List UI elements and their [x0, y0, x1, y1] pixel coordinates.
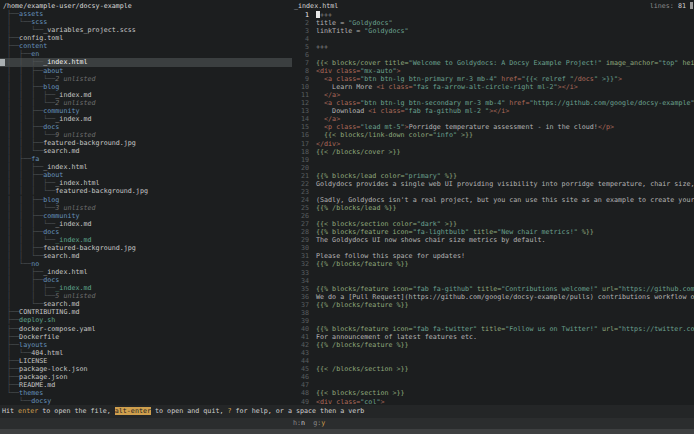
tree-row[interactable]: │ │ ├──community [0, 107, 292, 115]
tree-row[interactable]: └──docsy [0, 397, 292, 405]
tree-row[interactable]: │ └──no [0, 260, 292, 268]
line-content: {{< blocks/link-down color="info" >}} [309, 131, 473, 139]
status-segment: for help, or a space then a verb [232, 407, 365, 415]
preview-line: 30 [292, 244, 694, 252]
lines-count: 81 [678, 2, 686, 10]
tree-row[interactable]: │ │ │ ├──_index.md [0, 91, 292, 99]
command-input-bar[interactable]: :e h:n g:y [0, 418, 694, 429]
line-number: 18 [292, 148, 309, 156]
flag-segment: y [321, 419, 325, 427]
selected-row-marker [0, 59, 5, 66]
tree-row[interactable]: │ │ │ └──9 unlisted [0, 131, 292, 139]
code-token: {{% /blocks/feature %}} [316, 260, 409, 268]
tree-row[interactable]: │ ├──_index.html [0, 268, 292, 276]
tree-row[interactable]: ├──README.md [0, 381, 292, 389]
status-segment: alt-enter [115, 407, 151, 415]
line-number: 9 [292, 75, 309, 83]
line-content: {{< /blocks/section >}} [309, 365, 409, 373]
preview-line: 1+++ [292, 11, 694, 19]
tree-row[interactable]: ├──content [0, 42, 292, 50]
tree-row[interactable]: ├──package-lock.json [0, 365, 292, 373]
tree-row[interactable]: │ │ ├──community [0, 212, 292, 220]
line-number: 2 [292, 19, 309, 27]
tree-entry-name: docs [43, 276, 59, 284]
line-number: 27 [292, 220, 309, 228]
line-number: 45 [292, 365, 309, 373]
line-number: 42 [292, 341, 309, 349]
line-content [309, 373, 316, 381]
code-token: title= [477, 325, 505, 333]
preview-line: 12 <a class="btn btn-lg btn-secondary mr… [292, 99, 694, 107]
tree-row[interactable]: │ │ ├──about [0, 67, 292, 75]
status-segment: to open and quit, [151, 407, 228, 415]
code-token: {{% /blocks/feature %}} [316, 341, 409, 349]
tree-branch: ├── [3, 341, 19, 349]
tree-row[interactable]: │ │ │ └──featured-background.jpg [0, 187, 292, 195]
tree-row[interactable]: ├──docker-compose.yaml [0, 325, 292, 333]
tree-row[interactable]: ├──deploy.sh [0, 316, 292, 324]
code-token: %}} [441, 172, 457, 180]
tree-row[interactable]: │ └──scss [0, 18, 292, 26]
code-token: <i class= [376, 83, 412, 91]
tree-branch: │ │ ├── [3, 67, 43, 75]
tree-entry-name: docs [43, 123, 59, 131]
tree-row[interactable]: │ │ ├──docs [0, 123, 292, 131]
code-token: "fas fa-arrow-alt-circle-right ml-2" [413, 83, 558, 91]
preview-line: 26 [292, 212, 694, 220]
tree-entry-name: deploy.sh [19, 316, 55, 324]
code-token: "fab fa-github" [413, 285, 473, 293]
tree-row[interactable]: └──themes [0, 389, 292, 397]
tree-row[interactable]: │ │ │ └──2 unlisted [0, 99, 292, 107]
tree-row[interactable]: │ │ ├──docs [0, 228, 292, 236]
preview-line: 11 </a> [292, 91, 694, 99]
code-token: We do a [Pull Request](https://github.co… [316, 293, 694, 301]
tree-row[interactable]: ├──LICENSE [0, 357, 292, 365]
code-token: href= [505, 99, 529, 107]
tree-row[interactable]: │ │ │ └──_index.md [0, 115, 292, 123]
tree-entry-name: search.md [43, 147, 79, 155]
code-token: Goldydocs provides a single web UI provi… [316, 180, 694, 188]
preview-line: 9 <a class="btn btn-lg btn-primary mr-3 … [292, 75, 694, 83]
tree-row[interactable]: │ │ ├──featured-background.jpg [0, 139, 292, 147]
tree-row[interactable]: ├──layouts [0, 341, 292, 349]
line-number: 28 [292, 228, 309, 236]
tree-row[interactable]: │ └──404.html [0, 349, 292, 357]
tree-entry-name: blog [43, 83, 59, 91]
tree-row[interactable]: │ │ │ └──_index.md [0, 220, 292, 228]
code-token: {{% blocks/feature icon= [316, 325, 413, 333]
tree-row[interactable]: │ │ ├──blog [0, 196, 292, 204]
code-token: +++ [320, 11, 332, 19]
tree-row[interactable]: │ │ ├──blog [0, 83, 292, 91]
code-token: >}} [457, 131, 473, 139]
tree-row[interactable]: ├──Dockerfile [0, 333, 292, 341]
tree-row[interactable]: │ │ │ └──2 unlisted [0, 75, 292, 83]
code-token: image_anchor= [602, 59, 658, 67]
flag-segment: h: [293, 419, 301, 427]
tree-row[interactable]: ├──package.json [0, 373, 292, 381]
code-token: <a class= [324, 75, 360, 83]
tree-row[interactable]: ├──assets [0, 10, 292, 18]
code-token: "Goldydocs" [348, 19, 392, 27]
tree-row[interactable]: │ │ │ └──_index.md [0, 236, 292, 244]
tree-entry-name: featured-background.jpg [55, 187, 148, 195]
code-token: Porridge temperature assessment - in the… [409, 123, 598, 131]
code-token: Please follow this space for updates! [316, 252, 465, 260]
code-token: "Follow us on Twitter!" [505, 325, 598, 333]
line-content: {{% blocks/feature icon="fab fa-twitter"… [309, 325, 694, 333]
tree-row[interactable]: /home/example-user/docsy-example [0, 2, 292, 10]
line-content: {{< blocks/section >}} [309, 389, 405, 397]
tree-row[interactable]: │ ├──docs [0, 276, 292, 284]
file-tree: /home/example-user/docsy-example ├──asse… [0, 2, 292, 405]
line-number: 8 [292, 67, 309, 75]
tree-row[interactable]: │ │ └──search.md [0, 147, 292, 155]
tree-branch: │ ├── [3, 155, 31, 163]
tree-row[interactable]: │ │ └──search.md [0, 252, 292, 260]
tree-row[interactable]: │ │ │ └──3 unlisted [0, 204, 292, 212]
preview-scrollbar[interactable] [690, 2, 693, 9]
tree-entry-name: _variables_project.scss [43, 26, 136, 34]
tree-row[interactable]: │ │ ├──featured-background.jpg [0, 244, 292, 252]
line-content: {{% /blocks/feature %}} [309, 301, 409, 309]
tree-row[interactable]: │ │ ├──_index.html [0, 58, 292, 66]
tree-entry-name: README.md [19, 381, 55, 389]
tree-branch: │ │ │ └── [3, 75, 55, 83]
